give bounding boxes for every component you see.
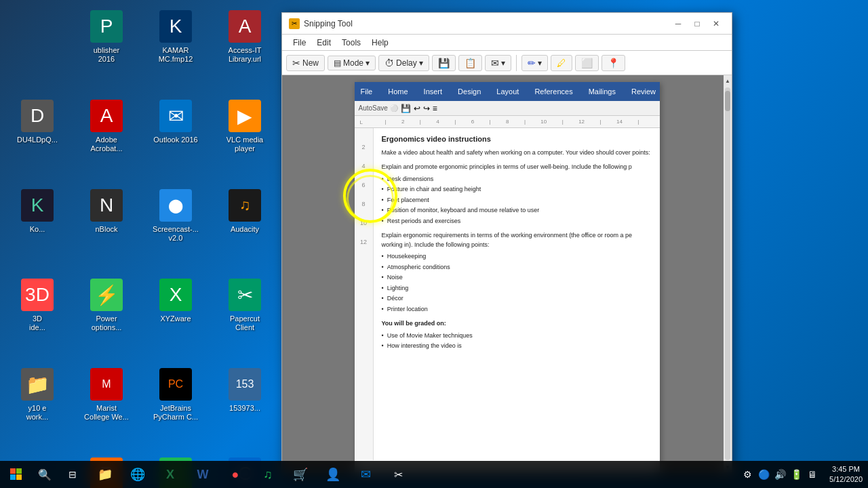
menu-edit[interactable]: Edit bbox=[311, 37, 336, 49]
word-ribbon: File Home Insert Design Layout Reference… bbox=[355, 82, 660, 101]
notification-tray-icon[interactable]: 🖥 bbox=[806, 468, 818, 481]
excel-taskbar[interactable]: X bbox=[154, 461, 186, 488]
word-menu-insert[interactable]: Insert bbox=[421, 86, 446, 97]
word-section1-intro: Explain and promote ergonomic principles… bbox=[382, 163, 652, 172]
desktop-icon-marist[interactable]: M MaristCollege We... bbox=[73, 361, 140, 449]
word-bullet-printer: •Printer location bbox=[382, 305, 652, 314]
snipping-taskbar[interactable]: ✂ bbox=[382, 461, 414, 488]
file-explorer-taskbar[interactable]: 📁 bbox=[89, 461, 121, 488]
highlighter-icon: 🖊 bbox=[557, 58, 566, 68]
desktop-icon-xyz[interactable]: X XYZware bbox=[142, 272, 210, 360]
start-button[interactable] bbox=[0, 461, 33, 488]
desktop-icon-vlc[interactable]: ▶ VLC mediaplayer bbox=[211, 93, 279, 181]
menu-file[interactable]: File bbox=[288, 37, 311, 49]
xyz-label: XYZware bbox=[160, 314, 191, 323]
word-graded-section: You will be graded on: •Use of Movie Mak… bbox=[382, 319, 652, 351]
word-bullet-noise: •Noise bbox=[382, 273, 652, 283]
word-menu-file[interactable]: File bbox=[358, 86, 376, 97]
copy-button[interactable]: 📋 bbox=[458, 55, 482, 71]
new-button[interactable]: ✂ New bbox=[286, 55, 325, 71]
network-tray-icon[interactable]: 🔵 bbox=[757, 468, 770, 481]
word-menu-design[interactable]: Design bbox=[455, 86, 484, 97]
window-controls: ─ □ ✕ bbox=[669, 17, 725, 30]
desktop-icon-num[interactable]: 153 153973... bbox=[211, 361, 279, 449]
word-menu-review[interactable]: Review bbox=[629, 86, 658, 97]
desktop-icon-adobe[interactable]: A AdobeAcrobat... bbox=[73, 93, 140, 181]
redo-icon[interactable]: ↪ bbox=[423, 104, 430, 113]
word-graded-bullet1: •Use of Movie Maker techniques bbox=[382, 331, 652, 341]
desktop-icon-access[interactable]: A Access-ITLibrary.url bbox=[211, 3, 279, 92]
browser-icon: 🌐 bbox=[130, 467, 145, 482]
desktop-icons-area: P ublisher2016 K KAMARMC.fmp12 A Access-… bbox=[0, 0, 285, 461]
battery-tray-icon[interactable]: 🔋 bbox=[790, 468, 802, 481]
scroll-up-arrow[interactable]: ▲ bbox=[724, 75, 732, 86]
spotify-taskbar[interactable]: ♫ bbox=[252, 461, 284, 488]
word-bullet-lighting: •Lighting bbox=[382, 284, 652, 293]
mode-button[interactable]: ▤ Mode ▾ bbox=[328, 56, 376, 70]
desktop-icon-screencast[interactable]: ⬤ Screencast-...v2.0 bbox=[142, 182, 210, 270]
3d-label: 3Dide... bbox=[29, 314, 45, 332]
word-section1: Explain and promote ergonomic principles… bbox=[382, 163, 652, 226]
minimize-button[interactable]: ─ bbox=[669, 17, 687, 30]
customize-icon[interactable]: ≡ bbox=[433, 104, 437, 113]
send-button[interactable]: ✉ ▾ bbox=[485, 55, 511, 71]
taskbar-clock[interactable]: 3:45 PM 5/12/2020 bbox=[824, 464, 868, 485]
desktop-icon-read[interactable] bbox=[3, 3, 71, 92]
3d-icon: 3D bbox=[21, 279, 54, 311]
save-button[interactable]: 💾 bbox=[432, 55, 456, 71]
desktop-icon-papercut[interactable]: ✂ PapercutClient bbox=[211, 272, 279, 360]
desktop-icon-ko[interactable]: K Ko... bbox=[3, 182, 71, 270]
sound-tray-icon[interactable]: 🔊 bbox=[774, 468, 786, 481]
desktop-icon-publisher[interactable]: P ublisher2016 bbox=[73, 3, 140, 92]
word-bullet-monitor: •Position of monitor, keyboard and mouse… bbox=[382, 206, 652, 216]
vlc-label: VLC mediaplayer bbox=[226, 136, 263, 153]
store-icon: 🛒 bbox=[293, 467, 308, 482]
screencast-icon: ⬤ bbox=[159, 189, 192, 222]
marker-button[interactable]: 📍 bbox=[601, 55, 625, 71]
windows-logo-icon bbox=[10, 468, 22, 481]
word-bullet-atmosphere: •Atmospheric conditions bbox=[382, 263, 652, 272]
desktop-icon-audacity[interactable]: ♫ Audacity bbox=[211, 182, 279, 270]
word-taskbar[interactable]: W bbox=[186, 461, 219, 488]
mail-taskbar[interactable]: ✉ bbox=[349, 461, 382, 488]
people-taskbar[interactable]: 👤 bbox=[317, 461, 349, 488]
desktop-icon-y10[interactable]: 📁 y10 ework... bbox=[3, 361, 71, 449]
maximize-button[interactable]: □ bbox=[688, 17, 706, 30]
delay-button[interactable]: ⏱ Delay ▾ bbox=[378, 55, 429, 71]
pen-button[interactable]: ✏ ▾ bbox=[521, 55, 548, 71]
mail-icon: ✉ bbox=[361, 467, 371, 482]
outlook-icon: ✉ bbox=[159, 100, 192, 132]
window-titlebar: ✂ Snipping Tool ─ □ ✕ bbox=[282, 13, 732, 35]
access-label: Access-ITLibrary.url bbox=[229, 46, 262, 64]
close-button[interactable]: ✕ bbox=[707, 17, 725, 30]
save-icon-word[interactable]: 💾 bbox=[401, 104, 411, 113]
media-player-taskbar[interactable]: ● bbox=[219, 461, 252, 488]
desktop-icon-power[interactable]: ⚡ Poweroptions... bbox=[73, 272, 140, 360]
desktop-icon-nb[interactable]: N nBlock bbox=[73, 182, 140, 270]
eraser-button[interactable]: ⬜ bbox=[575, 55, 599, 71]
browser-taskbar[interactable]: 🌐 bbox=[121, 461, 154, 488]
desktop-icon-3d[interactable]: 3D 3Dide... bbox=[3, 272, 71, 360]
adobe-icon: A bbox=[90, 100, 123, 132]
marker-icon: 📍 bbox=[608, 58, 619, 68]
scroll-track[interactable] bbox=[725, 87, 730, 460]
menu-help[interactable]: Help bbox=[366, 37, 394, 49]
mode-icon: ▤ bbox=[334, 58, 341, 68]
kamar-label: KAMARMC.fmp12 bbox=[159, 46, 193, 64]
word-content-area: Ergonomics video instructions Make a vid… bbox=[374, 128, 660, 460]
search-button[interactable]: 🔍 bbox=[33, 461, 56, 488]
store-taskbar[interactable]: 🛒 bbox=[284, 461, 317, 488]
word-menu-home[interactable]: Home bbox=[385, 86, 410, 97]
desktop-icon-outlook[interactable]: ✉ Outlook 2016 bbox=[142, 93, 210, 181]
task-view-button[interactable]: ⊟ bbox=[56, 461, 89, 488]
desktop-icon-du4l[interactable]: D DU4LDpQ... bbox=[3, 93, 71, 181]
highlighter-button[interactable]: 🖊 bbox=[551, 55, 572, 71]
word-menu-layout[interactable]: Layout bbox=[494, 86, 521, 97]
word-menu-references[interactable]: References bbox=[532, 86, 575, 97]
word-menu-mailings[interactable]: Mailings bbox=[586, 86, 618, 97]
menu-tools[interactable]: Tools bbox=[336, 37, 366, 49]
settings-tray-icon[interactable]: ⚙ bbox=[741, 468, 753, 481]
desktop-icon-jetbrains[interactable]: PC JetBrainsPyCharm C... bbox=[142, 361, 210, 449]
undo-icon[interactable]: ↩ bbox=[414, 104, 420, 113]
desktop-icon-kamar[interactable]: K KAMARMC.fmp12 bbox=[142, 3, 210, 92]
